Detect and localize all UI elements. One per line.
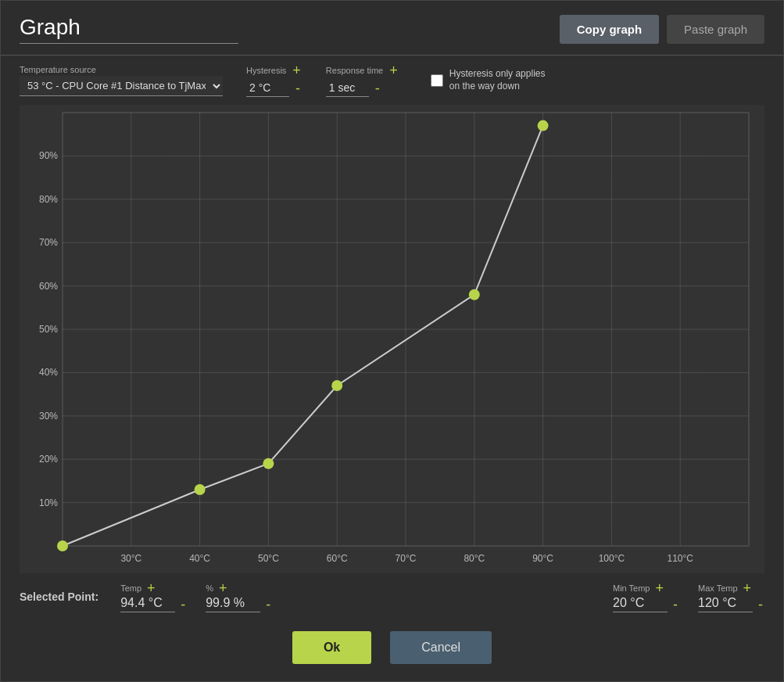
paste-graph-button[interactable]: Paste graph (667, 15, 764, 44)
pct-point-plus-button[interactable]: + (217, 581, 229, 595)
hysteresis-minus-button[interactable]: - (294, 81, 302, 95)
temp-point-group: Temp + 94.4 °C - (120, 581, 187, 612)
temp-source-select[interactable]: 53 °C - CPU Core #1 Distance to TjMax - … (20, 76, 223, 96)
min-temp-label: Min Temp (613, 583, 650, 593)
hysteresis-group: Hysteresis + - (246, 63, 303, 97)
pct-point-minus-button[interactable]: - (264, 598, 272, 612)
header-buttons: Copy graph Paste graph (560, 15, 764, 44)
hysteresis-input[interactable] (246, 79, 289, 97)
max-temp-minus-button[interactable]: - (757, 598, 764, 612)
graph-area (20, 105, 764, 573)
min-temp-value: 20 °C (613, 596, 668, 612)
ok-button[interactable]: Ok (292, 631, 371, 664)
min-temp-group: Min Temp + 20 °C - (613, 581, 679, 612)
response-time-input[interactable] (326, 79, 369, 97)
max-temp-value: 120 °C (698, 596, 753, 612)
min-temp-plus-button[interactable]: + (653, 581, 665, 595)
selected-point-row: Selected Point: Temp + 94.4 °C - % + 99.… (1, 573, 783, 620)
hysteresis-plus-button[interactable]: + (291, 63, 303, 77)
temp-point-minus-button[interactable]: - (179, 598, 187, 612)
copy-graph-button[interactable]: Copy graph (560, 15, 659, 44)
controls-row: Temperature source 53 °C - CPU Core #1 D… (1, 56, 783, 105)
graph-dialog: Graph Copy graph Paste graph Temperature… (0, 0, 784, 682)
temp-point-plus-button[interactable]: + (145, 581, 157, 595)
hysteresis-only-label: Hysteresis only applies on the way down (449, 68, 551, 92)
pct-point-group: % + 99.9 % - (206, 581, 272, 612)
dialog-title: Graph (20, 15, 238, 44)
dialog-header: Graph Copy graph Paste graph (1, 1, 783, 56)
response-time-plus-button[interactable]: + (388, 63, 399, 77)
temp-point-label: Temp (120, 583, 141, 593)
temp-point-value: 94.4 °C (120, 596, 175, 612)
cancel-button[interactable]: Cancel (390, 631, 492, 664)
pct-point-label: % (206, 583, 213, 593)
response-time-minus-button[interactable]: - (374, 81, 381, 95)
response-time-label: Response time (326, 66, 383, 75)
graph-canvas[interactable] (20, 105, 764, 573)
bottom-buttons: Ok Cancel (1, 620, 783, 681)
pct-point-value: 99.9 % (206, 596, 260, 612)
selected-point-label: Selected Point: (20, 590, 98, 603)
hysteresis-only-group: Hysteresis only applies on the way down (431, 68, 551, 92)
temp-source-group: Temperature source 53 °C - CPU Core #1 D… (20, 65, 223, 96)
max-temp-group: Max Temp + 120 °C - (698, 581, 764, 612)
max-temp-plus-button[interactable]: + (742, 581, 754, 595)
hysteresis-only-checkbox[interactable] (431, 74, 443, 87)
hysteresis-label: Hysteresis (246, 66, 286, 75)
min-temp-minus-button[interactable]: - (671, 598, 679, 612)
max-temp-label: Max Temp (698, 583, 738, 593)
temp-source-label: Temperature source (20, 65, 223, 74)
response-time-group: Response time + - (326, 63, 399, 97)
